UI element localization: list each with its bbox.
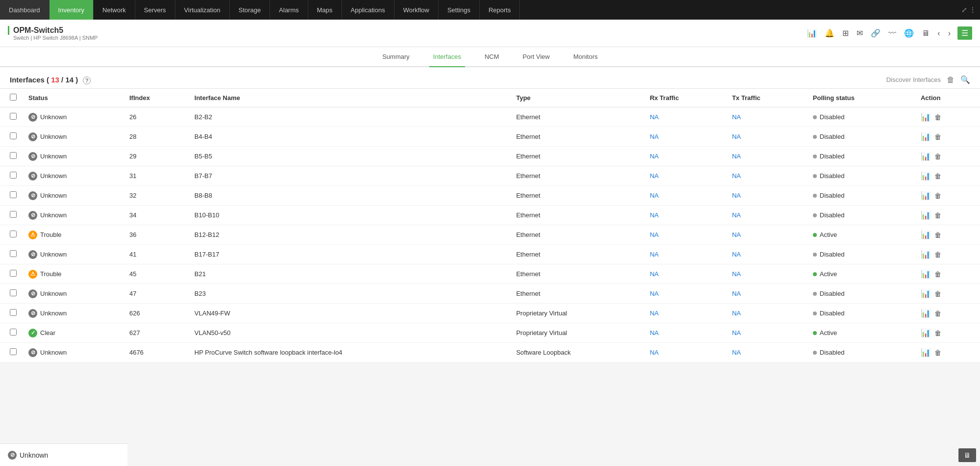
delete-action-icon[interactable]: 🗑 bbox=[934, 329, 941, 337]
delete-action-icon[interactable]: 🗑 bbox=[934, 310, 941, 317]
rx-link[interactable]: NA bbox=[650, 211, 659, 219]
tab-port-view[interactable]: Port View bbox=[519, 47, 554, 67]
tab-monitors[interactable]: Monitors bbox=[569, 47, 602, 67]
rx-link[interactable]: NA bbox=[650, 231, 659, 238]
rx-link[interactable]: NA bbox=[650, 172, 659, 180]
chart-action-icon[interactable]: 📊 bbox=[921, 348, 931, 357]
row-checkbox[interactable] bbox=[10, 231, 17, 237]
nav-servers[interactable]: Servers bbox=[135, 0, 175, 20]
tx-link[interactable]: NA bbox=[732, 113, 741, 121]
nav-storage[interactable]: Storage bbox=[230, 0, 270, 20]
row-checkbox[interactable] bbox=[10, 132, 17, 139]
row-checkbox[interactable] bbox=[10, 348, 17, 355]
resize-icon[interactable]: ⤢ bbox=[961, 6, 967, 14]
delete-action-icon[interactable]: 🗑 bbox=[934, 192, 941, 200]
nav-virtualization[interactable]: Virtualization bbox=[175, 0, 230, 20]
nav-settings[interactable]: Settings bbox=[439, 0, 480, 20]
tab-ncm[interactable]: NCM bbox=[481, 47, 503, 67]
nav-dashboard[interactable]: Dashboard bbox=[0, 0, 49, 20]
tx-link[interactable]: NA bbox=[732, 329, 741, 337]
rx-link[interactable]: NA bbox=[650, 153, 659, 160]
nav-maps[interactable]: Maps bbox=[308, 0, 342, 20]
delete-action-icon[interactable]: 🗑 bbox=[934, 251, 941, 259]
tx-link[interactable]: NA bbox=[732, 192, 741, 199]
chart-action-icon[interactable]: 📊 bbox=[921, 152, 931, 161]
display-icon[interactable]: 🖥 bbox=[921, 28, 931, 39]
prev-icon[interactable]: ‹ bbox=[936, 28, 941, 39]
tx-link[interactable]: NA bbox=[732, 290, 741, 297]
chart-action-icon[interactable]: 📊 bbox=[921, 191, 931, 200]
more-icon[interactable]: ⋮ bbox=[969, 6, 976, 14]
network-icon[interactable]: ⊞ bbox=[841, 27, 850, 39]
chart-action-icon[interactable]: 📊 bbox=[921, 210, 931, 220]
row-checkbox[interactable] bbox=[10, 191, 17, 198]
nav-inventory[interactable]: Inventory bbox=[49, 0, 94, 20]
tx-link[interactable]: NA bbox=[732, 172, 741, 180]
delete-action-icon[interactable]: 🗑 bbox=[934, 349, 941, 357]
delete-icon[interactable]: 🗑 bbox=[947, 76, 955, 84]
nav-reports[interactable]: Reports bbox=[480, 0, 520, 20]
chart-action-icon[interactable]: 📊 bbox=[921, 309, 931, 318]
delete-action-icon[interactable]: 🗑 bbox=[934, 290, 941, 298]
rx-link[interactable]: NA bbox=[650, 270, 659, 278]
nav-network[interactable]: Network bbox=[94, 0, 135, 20]
chart-action-icon[interactable]: 📊 bbox=[921, 269, 931, 279]
graph-icon[interactable]: 〰 bbox=[887, 28, 897, 39]
link-icon[interactable]: 🔗 bbox=[870, 27, 882, 39]
chart-action-icon[interactable]: 📊 bbox=[921, 250, 931, 259]
tx-link[interactable]: NA bbox=[732, 251, 741, 258]
row-checkbox[interactable] bbox=[10, 289, 17, 296]
nav-workflow[interactable]: Workflow bbox=[394, 0, 439, 20]
delete-action-icon[interactable]: 🗑 bbox=[934, 270, 941, 278]
next-icon[interactable]: › bbox=[947, 28, 952, 39]
tab-interfaces[interactable]: Interfaces bbox=[429, 47, 465, 67]
chart-action-icon[interactable]: 📊 bbox=[921, 171, 931, 181]
row-checkbox[interactable] bbox=[10, 152, 17, 159]
row-checkbox[interactable] bbox=[10, 211, 17, 218]
chart-action-icon[interactable]: 📊 bbox=[921, 230, 931, 239]
nav-applications[interactable]: Applications bbox=[342, 0, 394, 20]
row-checkbox[interactable] bbox=[10, 113, 17, 120]
menu-button[interactable]: ☰ bbox=[957, 26, 972, 40]
alert-icon[interactable]: 🔔 bbox=[824, 27, 835, 39]
nav-alarms[interactable]: Alarms bbox=[270, 0, 308, 20]
tx-link[interactable]: NA bbox=[732, 270, 741, 278]
delete-action-icon[interactable]: 🗑 bbox=[934, 172, 941, 180]
rx-link[interactable]: NA bbox=[650, 310, 659, 317]
delete-action-icon[interactable]: 🗑 bbox=[934, 211, 941, 219]
tx-link[interactable]: NA bbox=[732, 310, 741, 317]
chart-action-icon[interactable]: 📊 bbox=[921, 328, 931, 337]
delete-action-icon[interactable]: 🗑 bbox=[934, 113, 941, 121]
tx-link[interactable]: NA bbox=[732, 231, 741, 238]
rx-link[interactable]: NA bbox=[650, 349, 659, 356]
tab-summary[interactable]: Summary bbox=[378, 47, 414, 67]
row-checkbox[interactable] bbox=[10, 309, 17, 316]
chart-icon[interactable]: 📊 bbox=[806, 27, 818, 39]
delete-action-icon[interactable]: 🗑 bbox=[934, 153, 941, 160]
help-icon[interactable]: ? bbox=[83, 77, 91, 84]
chart-action-icon[interactable]: 📊 bbox=[921, 132, 931, 141]
rx-link[interactable]: NA bbox=[650, 133, 659, 140]
discover-interfaces-link[interactable]: Discover Interfaces bbox=[886, 76, 941, 83]
tx-link[interactable]: NA bbox=[732, 153, 741, 160]
chart-action-icon[interactable]: 📊 bbox=[921, 112, 931, 122]
rx-link[interactable]: NA bbox=[650, 290, 659, 297]
delete-action-icon[interactable]: 🗑 bbox=[934, 231, 941, 239]
row-checkbox[interactable] bbox=[10, 172, 17, 179]
rx-link[interactable]: NA bbox=[650, 251, 659, 258]
globe-icon[interactable]: 🌐 bbox=[903, 27, 915, 39]
row-checkbox[interactable] bbox=[10, 270, 17, 277]
email-icon[interactable]: ✉ bbox=[856, 27, 864, 39]
tx-link[interactable]: NA bbox=[732, 349, 741, 356]
row-checkbox[interactable] bbox=[10, 250, 17, 257]
rx-link[interactable]: NA bbox=[650, 113, 659, 121]
rx-link[interactable]: NA bbox=[650, 329, 659, 337]
delete-action-icon[interactable]: 🗑 bbox=[934, 133, 941, 141]
row-checkbox[interactable] bbox=[10, 329, 17, 336]
select-all-checkbox[interactable] bbox=[10, 94, 17, 101]
tx-link[interactable]: NA bbox=[732, 133, 741, 140]
rx-link[interactable]: NA bbox=[650, 192, 659, 199]
search-icon[interactable]: 🔍 bbox=[960, 75, 970, 84]
tx-link[interactable]: NA bbox=[732, 211, 741, 219]
chart-action-icon[interactable]: 📊 bbox=[921, 289, 931, 298]
